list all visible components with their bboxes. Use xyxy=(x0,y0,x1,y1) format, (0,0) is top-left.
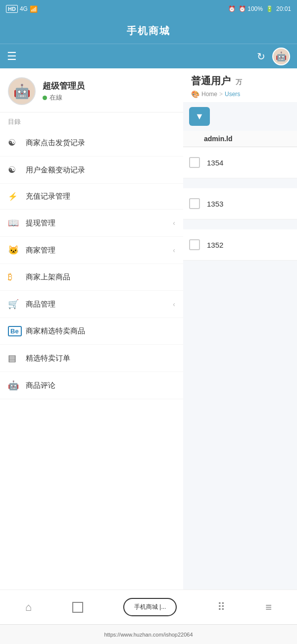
user-status: 在線 xyxy=(43,93,85,102)
panel-title: 普通用户 万 xyxy=(191,74,242,88)
status-right: ⏰ ⏰ 100% 🔋 20:01 xyxy=(228,5,291,12)
panel-title-suffix: 万 xyxy=(236,78,242,86)
menu-icon-merchant-goods: ₿ xyxy=(8,272,22,282)
row-checkbox-1354[interactable] xyxy=(189,157,200,168)
url-bar: https://www.huzhan.com/ishop22064 xyxy=(0,624,297,644)
breadcrumb-home[interactable]: Home xyxy=(201,91,217,98)
nav-home[interactable]: ⌂ xyxy=(25,601,32,614)
alarm-icon: ⏰ xyxy=(228,5,236,12)
menu-label-product-manage: 商品管理 xyxy=(26,300,173,309)
hamburger-icon: ≡ xyxy=(265,601,272,614)
main-layout: 🤖 超级管理员 在線 目錄 ☯ 商家点击发货记录 ☯ 用户金额变动记录 ⚡ 充值… xyxy=(0,68,297,590)
home-icon: ⌂ xyxy=(25,601,32,614)
network-icon: 4G xyxy=(20,5,28,12)
toolbar-right: ↻ 🤖 xyxy=(257,48,290,65)
sidebar-item-merchant-manage[interactable]: 🐱 商家管理 ‹ xyxy=(0,237,183,264)
menu-icon-recharge: ⚡ xyxy=(8,192,22,201)
menu-label-merchant-delivery: 商家点击发货记录 xyxy=(26,138,175,148)
menu-icon-merchant-manage: 🐱 xyxy=(8,245,22,256)
toolbar: ☰ ↻ 🤖 xyxy=(0,44,297,68)
table-row[interactable]: 1353 xyxy=(183,188,297,219)
row-checkbox-1353[interactable] xyxy=(189,198,200,209)
user-info: 超级管理员 在線 xyxy=(43,80,85,102)
row-id-1352: 1352 xyxy=(207,241,223,249)
sidebar: 🤖 超级管理员 在線 目錄 ☯ 商家点击发货记录 ☯ 用户金额变动记录 ⚡ 充值… xyxy=(0,68,183,590)
panel-header: 普通用户 万 🎨 Home > Users xyxy=(183,68,297,102)
directory-label: 目錄 xyxy=(0,112,183,129)
app-header: 手机商城 xyxy=(0,18,297,44)
row-id-1354: 1354 xyxy=(207,159,223,167)
sidebar-item-user-balance[interactable]: ☯ 用户金额变动记录 xyxy=(0,157,183,184)
username: 超级管理员 xyxy=(43,80,85,92)
app-title: 手机商城 xyxy=(127,24,170,38)
menu-icon-product-review: 🤖 xyxy=(8,380,22,391)
menu-icon-user-balance: ☯ xyxy=(8,164,22,175)
user-profile: 🤖 超级管理员 在線 xyxy=(0,68,183,112)
column-admin-id: admin.ld xyxy=(204,135,233,143)
menu-label-user-balance: 用户金额变动记录 xyxy=(26,165,175,175)
filter-icon: ▼ xyxy=(195,111,204,122)
user-avatar: 🤖 xyxy=(8,77,36,105)
breadcrumb-icon: 🎨 xyxy=(191,90,199,98)
sidebar-item-product-review[interactable]: 🤖 商品评论 xyxy=(0,372,183,399)
nav-center-button[interactable]: 手机商城 |... xyxy=(123,598,177,616)
menu-label-recharge: 充值记录管理 xyxy=(26,192,175,201)
chevron-right-icon-withdraw: ‹ xyxy=(173,219,175,227)
menu-label-featured-sale: 商家精选特卖商品 xyxy=(26,326,175,336)
menu-label-merchant-goods: 商家上架商品 xyxy=(26,272,175,282)
battery-percent: ⏰ 100% xyxy=(239,5,263,12)
menu-label-product-review: 商品评论 xyxy=(26,381,175,390)
sidebar-item-merchant-goods[interactable]: ₿ 商家上架商品 xyxy=(0,264,183,291)
sidebar-item-featured-orders[interactable]: ▤ 精选特卖订单 xyxy=(0,345,183,372)
menu-icon-featured-orders: ▤ xyxy=(8,353,22,364)
hd-badge: HD xyxy=(6,5,18,13)
nav-menu[interactable]: ≡ xyxy=(265,601,272,614)
row-checkbox-1352[interactable] xyxy=(189,239,200,250)
menu-label-withdraw: 提现管理 xyxy=(26,218,173,228)
right-panel: 普通用户 万 🎨 Home > Users ▼ admin.ld 1354 xyxy=(183,68,297,590)
time: 20:01 xyxy=(276,5,291,12)
menu-icon-featured-sale: Be xyxy=(8,326,22,336)
menu-icon-withdraw: 📖 xyxy=(8,217,22,228)
breadcrumb: 🎨 Home > Users xyxy=(191,90,289,98)
apps-icon: ⠿ xyxy=(217,601,225,614)
menu-icon-merchant-delivery: ☯ xyxy=(8,137,22,148)
status-bar: HD 4G 📶 ⏰ ⏰ 100% 🔋 20:01 xyxy=(0,0,297,18)
menu-icon[interactable]: ☰ xyxy=(7,50,17,63)
url-text: https://www.huzhan.com/ishop22064 xyxy=(104,632,193,638)
status-dot xyxy=(43,96,47,100)
breadcrumb-current[interactable]: Users xyxy=(225,91,240,98)
table-row[interactable]: 1352 xyxy=(183,229,297,261)
table-header: admin.ld xyxy=(183,131,297,147)
menu-label-merchant-manage: 商家管理 xyxy=(26,246,173,255)
status-text: 在線 xyxy=(50,93,62,102)
nav-recent[interactable] xyxy=(72,602,83,613)
sidebar-item-featured-sale[interactable]: Be 商家精选特卖商品 xyxy=(0,318,183,345)
status-left: HD 4G 📶 xyxy=(6,5,38,13)
breadcrumb-separator: > xyxy=(219,91,223,98)
nav-apps[interactable]: ⠿ xyxy=(217,601,225,614)
menu-label-featured-orders: 精选特卖订单 xyxy=(26,354,175,363)
sidebar-item-merchant-delivery[interactable]: ☯ 商家点击发货记录 xyxy=(0,129,183,157)
sidebar-item-withdraw[interactable]: 📖 提现管理 ‹ xyxy=(0,210,183,237)
user-avatar-toolbar[interactable]: 🤖 xyxy=(272,48,290,65)
sidebar-item-recharge[interactable]: ⚡ 充值记录管理 xyxy=(0,184,183,210)
sidebar-item-product-manage[interactable]: 🛒 商品管理 ‹ xyxy=(0,291,183,318)
panel-title-row: 普通用户 万 xyxy=(191,74,289,88)
chevron-right-icon-merchant: ‹ xyxy=(173,246,175,254)
bottom-nav: ⌂ 手机商城 |... ⠿ ≡ xyxy=(0,590,297,624)
row-id-1353: 1353 xyxy=(207,200,223,208)
signal-icon: 📶 xyxy=(30,5,38,13)
filter-button[interactable]: ▼ xyxy=(189,107,210,126)
chevron-right-icon-product: ‹ xyxy=(173,300,175,308)
battery-icon: 🔋 xyxy=(266,5,273,12)
refresh-icon[interactable]: ↻ xyxy=(257,51,265,62)
recent-icon xyxy=(72,602,83,613)
table-row[interactable]: 1354 xyxy=(183,147,297,178)
menu-icon-product-manage: 🛒 xyxy=(8,299,22,310)
